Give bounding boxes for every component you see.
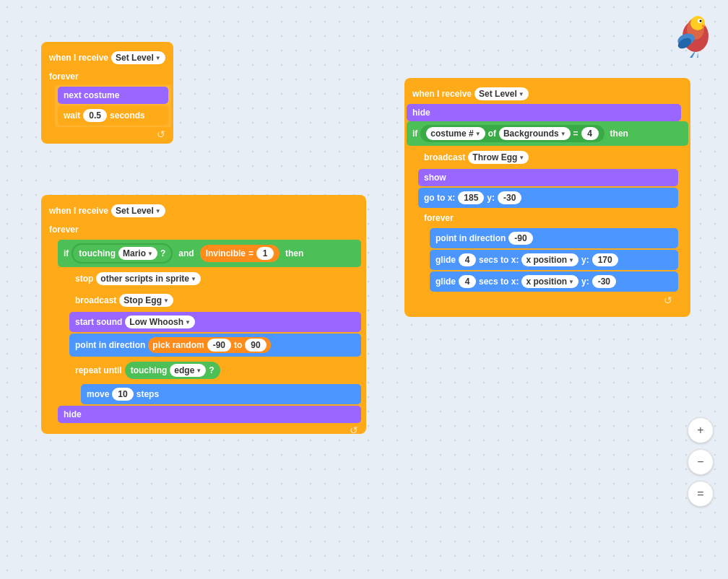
svg-point-6 [700,20,702,22]
direction-block-1[interactable]: point in direction pick random -90 to 90 [69,334,361,357]
direction-label-3: point in direction [436,233,506,243]
random-to[interactable]: 90 [245,339,266,352]
question-mark-2: ? [209,365,214,375]
equals-sign-1: = [248,248,254,258]
glide1-x-dropdown[interactable]: x position [521,253,578,266]
glide2-block[interactable]: glide 4 secs to x: x position y: -30 [430,271,678,292]
touching-condition[interactable]: touching Mario ? [72,243,173,264]
random-from[interactable]: -90 [207,339,231,352]
wait-block[interactable]: wait 0.5 seconds [58,105,168,126]
set-level-dropdown-1[interactable]: Set Level [111,51,165,64]
zoom-out-icon: − [697,456,703,469]
glide1-y-value[interactable]: 170 [592,253,618,266]
forever-label-3: forever [424,213,454,223]
forever-label-1: forever [49,71,79,82]
forever-block-1[interactable]: forever [43,68,171,85]
set-level-dropdown-3[interactable]: Set Level [474,87,529,100]
hat-block-3[interactable]: when I receive Set Level [407,80,688,104]
hide-block-1[interactable]: hide [58,406,361,423]
move-block[interactable]: move 10 steps [81,384,361,404]
glide2-x-dropdown[interactable]: x position [521,275,578,288]
touching-label-2: touching [131,365,168,375]
glide2-secs-label: secs to x: [479,277,519,287]
wait-value[interactable]: 0.5 [83,109,107,122]
invincible-value[interactable]: 1 [256,247,274,260]
glide2-secs[interactable]: 4 [459,275,476,288]
next-costume-block[interactable]: next costume [58,87,168,104]
if-block: if touching Mario ? and Invincible = 1 t… [58,240,361,404]
repeat-until-block: repeat until touching edge ? move 10 [69,358,361,404]
direction-value-3[interactable]: -90 [508,232,532,245]
glide1-label: glide [436,255,456,265]
broadcast-throw-block[interactable]: broadcast Throw Egg [418,147,678,167]
stop-block[interactable]: stop other scripts in sprite [69,269,361,289]
if-line[interactable]: if touching Mario ? and Invincible = 1 t… [58,240,361,267]
sound-block[interactable]: start sound Low Whoosh [69,312,361,332]
pick-random-block[interactable]: pick random -90 to 90 [148,337,270,353]
costume-value[interactable]: 4 [581,127,599,140]
glide1-secs[interactable]: 4 [459,253,476,266]
x-value-3[interactable]: 185 [458,191,484,204]
glide2-label: glide [436,277,456,287]
goto-block[interactable]: go to x: 185 y: -30 [418,188,678,208]
then-label-3: then [610,129,628,139]
stop-egg-dropdown[interactable]: Stop Egg [119,294,173,307]
zoom-in-button[interactable]: + [688,417,714,443]
y-value-3[interactable]: -30 [498,191,521,204]
forever-block-2[interactable]: forever [43,221,364,238]
wait-label: wait [64,110,80,121]
forever-line-3[interactable]: forever [418,209,678,227]
forever-inner-2: if touching Mario ? and Invincible = 1 t… [55,238,364,425]
if-block-3: if costume # of Backgrounds = 4 then bro… [407,121,688,308]
zoom-reset-button[interactable]: = [688,481,714,507]
hide-block-3[interactable]: hide [407,104,681,121]
hat-block-1[interactable]: when I receive Set Level [43,44,171,68]
show-label: show [424,173,446,183]
next-costume-label: next costume [64,90,119,100]
if-line-3[interactable]: if costume # of Backgrounds = 4 then [407,121,688,146]
if-inner-3: broadcast Throw Egg show go to x: 185 y:… [418,147,678,308]
backgrounds-dropdown[interactable]: Backgrounds [499,127,571,140]
and-label: and [178,248,194,258]
svg-point-4 [690,16,705,30]
direction-block-3[interactable]: point in direction -90 [430,228,678,248]
repeat-until-line[interactable]: repeat until touching edge ? [69,358,361,383]
forever-label-2: forever [49,225,79,235]
invincible-condition[interactable]: Invincible = 1 [200,245,280,262]
zoom-out-button[interactable]: − [688,449,714,475]
low-whoosh-dropdown[interactable]: Low Whoosh [125,315,195,328]
bottom-bar-1: ↺ [43,425,364,432]
touching-edge-condition[interactable]: touching edge ? [125,362,220,379]
stack2: when I receive Set Level forever if touc… [41,195,366,434]
set-level-dropdown-2[interactable]: Set Level [111,204,165,217]
broadcast-stop-block[interactable]: broadcast Stop Egg [69,290,361,310]
move-steps-value[interactable]: 10 [112,388,133,401]
show-block[interactable]: show [418,169,678,186]
edge-dropdown[interactable]: edge [170,364,206,377]
goto-label: go to x: [424,193,455,203]
costume-condition[interactable]: costume # of Backgrounds = 4 [420,125,604,142]
steps-label: steps [136,389,159,399]
glide2-y-value[interactable]: -30 [592,275,616,288]
zoom-in-icon: + [697,424,703,437]
if-inner: stop other scripts in sprite broadcast S… [69,269,361,404]
glide1-y-label: y: [581,255,589,265]
glide1-block[interactable]: glide 4 secs to x: x position y: 170 [430,250,678,270]
hide-label-1: hide [64,409,82,419]
equals-3: = [573,129,578,139]
repeat-inner: move 10 steps [81,384,361,404]
repeat-label: repeat until [75,365,122,375]
forever-block-3: forever point in direction -90 glide 4 s… [418,209,678,308]
parrot-logo [670,14,714,58]
if-label-3: if [412,129,417,139]
when-i-receive-label-3: when I receive [412,89,472,99]
bottom-bar-3 [407,308,688,315]
throw-egg-dropdown[interactable]: Throw Egg [468,151,529,164]
sound-label: start sound [75,317,122,327]
stop-dropdown[interactable]: other scripts in sprite [96,272,201,285]
mario-dropdown[interactable]: Mario [118,247,157,260]
hat-block-2[interactable]: when I receive Set Level [43,197,364,221]
seconds-label: seconds [110,110,145,121]
costume-dropdown[interactable]: costume # [426,127,485,140]
y-label-3: y: [487,193,495,203]
